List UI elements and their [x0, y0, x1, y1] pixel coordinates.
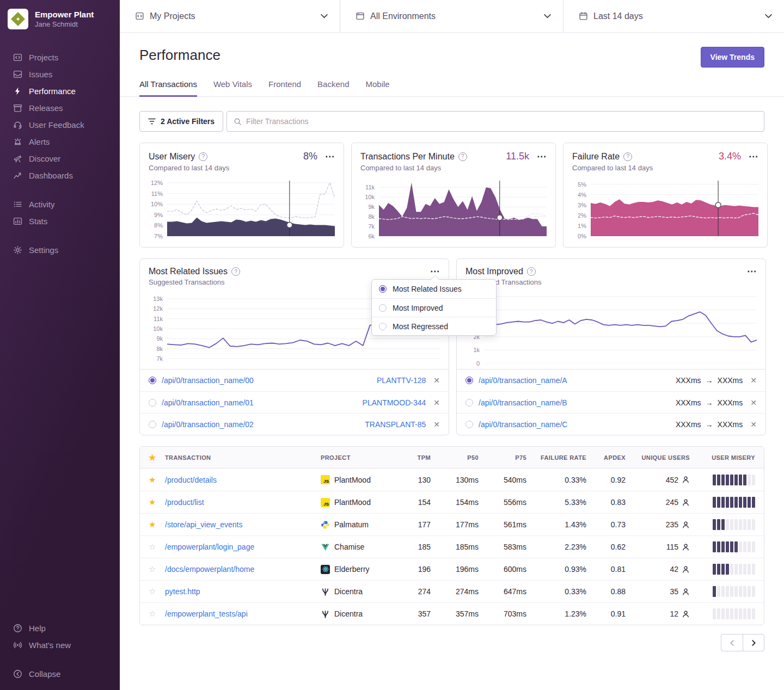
sidebar-item-issues[interactable]: Issues [0, 66, 120, 83]
user-icon [682, 476, 690, 484]
filter-icon [148, 118, 156, 125]
project-name: Elderberry [334, 565, 370, 574]
sidebar-collapse-button[interactable]: Collapse [0, 666, 120, 682]
apdex-cell: 0.62 [590, 543, 629, 551]
radio-unselected[interactable] [149, 399, 156, 406]
close-icon[interactable]: ✕ [750, 398, 757, 407]
sidebar-item-projects[interactable]: Projects [0, 49, 120, 66]
sidebar-item-performance[interactable]: Performance [0, 83, 120, 100]
transaction-link[interactable]: /api/0/transaction_name/02 [162, 420, 254, 429]
issue-link[interactable]: PLANTMOOD-344 [363, 398, 426, 407]
search-box [226, 111, 764, 132]
tab-frontend[interactable]: Frontend [268, 79, 301, 97]
apdex-cell: 0.81 [590, 565, 629, 574]
tab-web-vitals[interactable]: Web Vitals [213, 79, 252, 97]
radio-unselected[interactable] [465, 399, 473, 406]
transaction-link[interactable]: pytest.http [165, 587, 200, 596]
issue-link[interactable]: TRANSPLANT-85 [365, 420, 426, 429]
menu-option-most-improved[interactable]: Most Improved [372, 298, 496, 317]
date-range-selector[interactable]: Last 14 days [564, 0, 784, 32]
next-page-button[interactable] [743, 634, 764, 651]
tpm-cell: 196 [399, 565, 434, 574]
star-icon[interactable]: ★ [140, 453, 162, 463]
previous-page-button[interactable] [721, 634, 743, 651]
sidebar-item-discover[interactable]: Discover [0, 150, 120, 167]
overflow-menu-icon[interactable]: ⋯ [747, 269, 757, 274]
help-icon[interactable]: ? [623, 152, 632, 161]
transaction-link[interactable]: /api/0/transaction_name/01 [162, 398, 254, 407]
menu-option-most-related-issues[interactable]: Most Related Issues [372, 280, 496, 298]
transaction-link[interactable]: /empowerplant/login_page [165, 543, 254, 551]
org-switcher[interactable]: ✦ Empower Plant Jane Schmidt [0, 0, 120, 35]
p75-cell: 556ms [482, 498, 530, 507]
p50-cell: 274ms [434, 587, 482, 596]
radio-selected[interactable] [149, 377, 156, 384]
transaction-link[interactable]: /api/0/transaction_name/B [479, 398, 567, 407]
pagination [139, 634, 764, 651]
transaction-link[interactable]: /api/0/transaction_name/A [479, 376, 567, 385]
tpm-cell: 177 [399, 520, 434, 529]
sidebar-item-releases[interactable]: Releases [0, 100, 120, 116]
star-icon[interactable]: ☆ [140, 609, 162, 619]
overflow-menu-icon[interactable]: ⋯ [537, 154, 547, 159]
view-trends-button[interactable]: View Trends [701, 47, 764, 67]
transaction-link[interactable]: /store/api_view_events [165, 520, 242, 529]
close-icon[interactable]: ✕ [750, 376, 757, 385]
search-input[interactable] [246, 117, 757, 126]
sidebar-item-stats[interactable]: Stats [0, 213, 120, 230]
radio-unselected[interactable] [149, 421, 156, 428]
environment-selector[interactable]: All Environments [340, 0, 564, 32]
overflow-menu-icon[interactable]: ⋯ [325, 154, 335, 159]
star-icon[interactable]: ☆ [140, 564, 162, 574]
arrow-right-icon: → [706, 420, 713, 429]
issue-link[interactable]: PLANTTV-128 [377, 376, 426, 385]
tab-mobile[interactable]: Mobile [365, 79, 389, 97]
close-icon[interactable]: ✕ [433, 376, 440, 385]
star-icon[interactable]: ★ [140, 475, 162, 485]
sidebar-item-user-feedback[interactable]: User Feedback [0, 116, 120, 133]
sidebar-item-help[interactable]: Help [0, 620, 120, 637]
close-icon[interactable]: ✕ [750, 420, 757, 429]
overflow-menu-icon[interactable]: ⋯ [749, 154, 758, 159]
unique-users-cell: 245 [629, 498, 693, 507]
transaction-link[interactable]: /product/list [165, 498, 204, 507]
transaction-link[interactable]: /product/details [165, 476, 217, 484]
help-icon[interactable]: ? [231, 267, 240, 276]
star-icon[interactable]: ★ [140, 497, 162, 507]
global-filter-bar: My Projects All Environments Last 14 day… [120, 0, 784, 33]
radio-selected[interactable] [465, 377, 473, 384]
star-icon[interactable]: ★ [140, 520, 162, 529]
arrow-right-icon: → [706, 376, 713, 385]
star-icon[interactable]: ☆ [140, 587, 162, 596]
project-selector[interactable]: My Projects [120, 0, 340, 32]
tab-backend[interactable]: Backend [317, 79, 349, 97]
tab-all-transactions[interactable]: All Transactions [139, 79, 197, 97]
user-feedback-icon [13, 120, 22, 130]
transaction-link[interactable]: /api/0/transaction_name/C [479, 420, 567, 429]
help-icon[interactable]: ? [527, 267, 536, 276]
sidebar-item-alerts[interactable]: Alerts [0, 133, 120, 150]
failure-rate-cell: 5.33% [530, 498, 590, 507]
active-filters-button[interactable]: 2 Active Filters [139, 111, 223, 132]
overflow-menu-icon[interactable]: ⋯ [430, 269, 440, 274]
transaction-link[interactable]: /api/0/transaction_name/00 [162, 376, 254, 385]
sidebar-item-activity[interactable]: Activity [0, 196, 120, 213]
close-icon[interactable]: ✕ [433, 420, 440, 429]
radio-unselected [379, 323, 387, 330]
help-icon[interactable]: ? [458, 152, 467, 161]
help-icon[interactable]: ? [199, 152, 207, 161]
sidebar-item-settings[interactable]: Settings [0, 242, 120, 258]
star-icon[interactable]: ☆ [140, 542, 162, 552]
sidebar-item-dashboards[interactable]: Dashboards [0, 167, 120, 184]
arrow-right-icon: → [706, 398, 713, 407]
close-icon[interactable]: ✕ [433, 398, 440, 407]
sidebar-item-whats-new[interactable]: What's new [0, 637, 120, 654]
transaction-link[interactable]: /docs/empowerplant/home [165, 565, 254, 574]
related-transactions-list: /api/0/transaction_name/00 PLANTTV-128✕ … [140, 369, 449, 435]
menu-option-most-regressed[interactable]: Most Regressed [372, 317, 496, 335]
transaction-link[interactable]: /empowerplant_tests/api [165, 609, 248, 618]
radio-unselected[interactable] [465, 421, 473, 428]
unique-users-cell: 12 [629, 609, 693, 618]
p75-cell: 583ms [482, 543, 530, 551]
failure-rate-cell: 1.23% [530, 609, 590, 618]
